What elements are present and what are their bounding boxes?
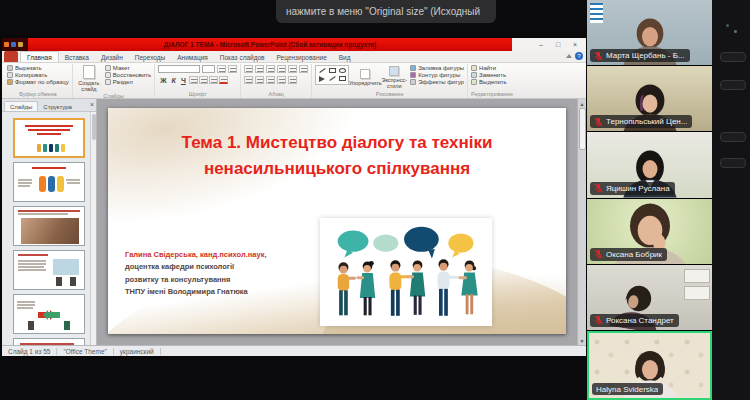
tab-slideshow[interactable]: Показ слайдов bbox=[214, 52, 271, 62]
copy-icon bbox=[7, 72, 13, 78]
italic-button[interactable]: К bbox=[170, 77, 178, 84]
tab-home[interactable]: Главная bbox=[20, 51, 59, 62]
section-button[interactable]: Раздел bbox=[105, 79, 151, 85]
title-bar-red[interactable]: ДІАЛОГ 1 ТЕМА - Microsoft PowerPoint (Сб… bbox=[28, 38, 512, 51]
participant-video-5[interactable]: Роксана Стандрет bbox=[587, 265, 712, 330]
tab-insert[interactable]: Вставка bbox=[59, 52, 95, 62]
slide-thumbnail-5[interactable] bbox=[13, 294, 85, 334]
align-center-button[interactable] bbox=[255, 76, 264, 84]
mic-muted-icon bbox=[594, 117, 603, 127]
author-line-3: розвитку та консультування bbox=[125, 274, 267, 286]
slide-thumbnail-6[interactable] bbox=[13, 338, 85, 345]
slide-thumbnail-4[interactable] bbox=[13, 250, 85, 290]
strikethrough-button[interactable] bbox=[199, 76, 208, 84]
window-title: ДІАЛОГ 1 ТЕМА - Microsoft PowerPoint (Сб… bbox=[164, 41, 376, 48]
minimize-ribbon-icon[interactable] bbox=[566, 54, 572, 58]
outline-pane-tab[interactable]: Структура bbox=[38, 102, 76, 111]
participant-video-3[interactable]: Яцишин Руслана bbox=[587, 132, 712, 197]
scrollbar-thumb[interactable] bbox=[579, 108, 586, 150]
slide-thumbnail-3[interactable] bbox=[13, 206, 85, 246]
align-right-button[interactable] bbox=[266, 76, 275, 84]
cut-button[interactable]: Вырезать bbox=[7, 65, 69, 71]
tab-design[interactable]: Дизайн bbox=[95, 52, 129, 62]
powerpoint-icon bbox=[4, 42, 9, 47]
arrange-button[interactable]: Упорядочить bbox=[352, 65, 378, 90]
save-icon[interactable] bbox=[11, 42, 16, 47]
reset-icon bbox=[105, 72, 111, 78]
new-slide-button[interactable]: Создать слайд bbox=[76, 65, 102, 92]
tab-review[interactable]: Рецензирование bbox=[271, 52, 333, 62]
font-name-box[interactable] bbox=[158, 65, 200, 73]
close-button[interactable]: × bbox=[567, 40, 583, 50]
paragraph-group: Абзац bbox=[241, 64, 312, 98]
quick-access-toolbar[interactable] bbox=[2, 38, 28, 51]
maximize-button[interactable]: □ bbox=[550, 40, 566, 50]
minimize-button[interactable]: – bbox=[533, 40, 549, 50]
scroll-down-icon[interactable]: ▼ bbox=[578, 336, 587, 345]
text-direction-button[interactable] bbox=[299, 65, 308, 73]
tab-view[interactable]: Вид bbox=[333, 52, 357, 62]
shape-fill-button[interactable]: Заливка фигуры bbox=[410, 65, 464, 71]
select-button[interactable]: Выделить bbox=[471, 79, 507, 85]
participant-name: Тернопільський Цен... bbox=[606, 117, 687, 126]
canvas-scrollbar[interactable]: ▲ ▼ bbox=[577, 99, 586, 345]
format-painter-button[interactable]: Формат по образцу bbox=[7, 79, 69, 85]
columns-button[interactable] bbox=[288, 76, 297, 84]
find-button[interactable]: Найти bbox=[471, 65, 507, 71]
dialogue-illustration bbox=[320, 218, 492, 326]
slide-thumbnail-2[interactable] bbox=[13, 162, 85, 202]
slides-pane-tab[interactable]: Слайды bbox=[4, 101, 38, 111]
status-bar: Слайд 1 из 55 "Office Theme" украинский bbox=[2, 345, 586, 356]
font-group-label: Шрифт bbox=[158, 90, 237, 98]
layout-button[interactable]: Макет bbox=[105, 65, 151, 71]
font-color-button[interactable] bbox=[219, 76, 228, 84]
file-tab[interactable] bbox=[4, 51, 18, 62]
copy-button[interactable]: Копировать bbox=[7, 72, 69, 78]
participant-name: Марта Щербань - Б... bbox=[606, 51, 685, 60]
shadow-button[interactable] bbox=[189, 76, 198, 84]
mic-muted-icon bbox=[594, 51, 603, 61]
shrink-font-icon[interactable] bbox=[228, 65, 237, 73]
tab-animations[interactable]: Анимация bbox=[171, 52, 214, 62]
participant-video-1[interactable]: Марта Щербань - Б... bbox=[587, 0, 712, 65]
grow-font-icon[interactable] bbox=[217, 65, 226, 73]
justify-button[interactable] bbox=[277, 76, 286, 84]
reset-button[interactable]: Восстановить bbox=[105, 72, 151, 78]
replace-button[interactable]: Заменить bbox=[471, 72, 507, 78]
participant-video-4[interactable]: Оксана Бобрик bbox=[587, 199, 712, 264]
bold-button[interactable]: Ж bbox=[158, 77, 168, 84]
underline-button[interactable]: Ч bbox=[179, 77, 188, 84]
layout-icon bbox=[105, 65, 111, 71]
pane-close-icon[interactable]: × bbox=[90, 101, 94, 108]
shapes-gallery[interactable] bbox=[315, 65, 349, 85]
numbering-button[interactable] bbox=[255, 65, 264, 73]
office-shelf bbox=[684, 269, 710, 283]
shape-effects-button[interactable]: Эффекты фигур bbox=[410, 79, 464, 85]
font-size-box[interactable] bbox=[202, 65, 215, 73]
help-icon[interactable]: ? bbox=[575, 52, 583, 60]
bullets-button[interactable] bbox=[244, 65, 253, 73]
author-line-2: доцентка кафедри психології bbox=[125, 261, 267, 273]
slide-thumbnail-1[interactable] bbox=[13, 118, 85, 158]
scroll-up-icon[interactable]: ▲ bbox=[578, 99, 587, 108]
undo-icon[interactable] bbox=[18, 42, 23, 47]
slide-editor[interactable]: Тема 1. Мистецтво діалогу та техніки нен… bbox=[108, 108, 566, 334]
editing-group-label: Редактирование bbox=[471, 90, 513, 98]
character-spacing-button[interactable] bbox=[209, 76, 218, 84]
shape-outline-button[interactable]: Контур фигуры bbox=[410, 72, 464, 78]
pane-scrollbar[interactable] bbox=[90, 112, 96, 345]
shape-fill-icon bbox=[410, 65, 416, 71]
tab-transitions[interactable]: Переходы bbox=[129, 52, 172, 62]
quick-styles-button[interactable]: Экспресс-стили bbox=[381, 65, 407, 90]
indent-decrease-button[interactable] bbox=[266, 65, 275, 73]
participant-video-6-active-speaker[interactable]: Halyna Sviderska bbox=[587, 331, 712, 400]
align-left-button[interactable] bbox=[244, 76, 253, 84]
slide-title: Тема 1. Мистецтво діалогу та техніки нен… bbox=[172, 130, 502, 181]
participant-video-2[interactable]: Тернопільський Цен... bbox=[587, 66, 712, 131]
format-painter-icon bbox=[7, 79, 13, 85]
line-spacing-button[interactable] bbox=[288, 65, 297, 73]
shape-effects-icon bbox=[410, 79, 416, 85]
tooltip-text: нажмите в меню "Original size" (Исходный bbox=[286, 6, 480, 17]
indent-increase-button[interactable] bbox=[277, 65, 286, 73]
pane-tabs: Слайды Структура × bbox=[2, 99, 96, 112]
